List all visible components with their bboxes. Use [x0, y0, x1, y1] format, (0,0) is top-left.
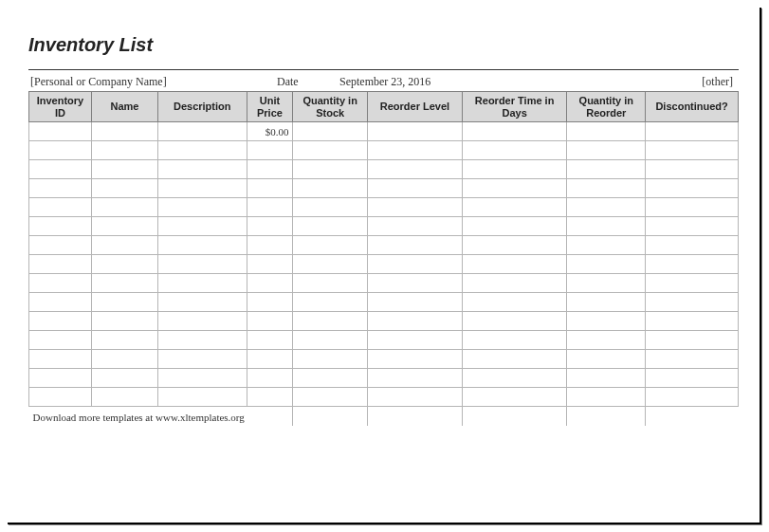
table-cell[interactable]	[293, 198, 368, 217]
table-cell[interactable]	[567, 331, 646, 350]
table-cell[interactable]	[567, 179, 646, 198]
table-cell[interactable]	[646, 141, 739, 160]
table-cell[interactable]	[247, 274, 293, 293]
table-cell[interactable]	[567, 350, 646, 369]
table-cell[interactable]	[567, 217, 646, 236]
table-cell[interactable]	[158, 122, 247, 141]
table-cell[interactable]	[462, 369, 567, 388]
table-cell[interactable]	[368, 293, 463, 312]
table-cell[interactable]	[91, 331, 157, 350]
table-cell[interactable]	[158, 160, 247, 179]
table-cell[interactable]	[158, 350, 247, 369]
table-cell[interactable]	[91, 293, 157, 312]
table-cell[interactable]	[462, 141, 567, 160]
table-cell[interactable]	[293, 141, 368, 160]
table-cell[interactable]	[567, 369, 646, 388]
table-cell[interactable]	[293, 331, 368, 350]
table-cell[interactable]	[646, 236, 739, 255]
table-cell[interactable]	[247, 293, 293, 312]
table-cell[interactable]	[462, 274, 567, 293]
table-cell[interactable]	[646, 350, 739, 369]
table-cell[interactable]	[29, 236, 92, 255]
table-cell[interactable]	[368, 274, 463, 293]
table-cell[interactable]	[247, 217, 293, 236]
table-cell[interactable]	[247, 312, 293, 331]
table-cell[interactable]	[567, 141, 646, 160]
table-cell[interactable]	[462, 331, 567, 350]
table-cell[interactable]	[293, 255, 368, 274]
table-cell[interactable]	[646, 160, 739, 179]
table-cell[interactable]	[91, 236, 157, 255]
table-cell[interactable]	[368, 160, 463, 179]
table-cell[interactable]	[567, 255, 646, 274]
table-cell[interactable]	[293, 350, 368, 369]
table-cell[interactable]	[29, 369, 92, 388]
table-cell[interactable]	[646, 369, 739, 388]
table-cell[interactable]	[646, 122, 739, 141]
table-cell[interactable]	[91, 369, 157, 388]
table-cell[interactable]	[158, 331, 247, 350]
table-cell[interactable]	[29, 179, 92, 198]
table-cell[interactable]	[368, 369, 463, 388]
table-cell[interactable]	[293, 293, 368, 312]
table-cell[interactable]	[462, 255, 567, 274]
table-cell[interactable]	[368, 122, 463, 141]
table-cell[interactable]	[158, 217, 247, 236]
table-cell[interactable]	[247, 331, 293, 350]
table-cell[interactable]	[158, 274, 247, 293]
table-cell[interactable]	[158, 255, 247, 274]
table-cell[interactable]	[462, 388, 567, 407]
table-cell[interactable]	[29, 350, 92, 369]
table-cell[interactable]	[29, 255, 92, 274]
table-cell[interactable]	[646, 293, 739, 312]
table-cell[interactable]	[462, 312, 567, 331]
table-cell[interactable]	[91, 255, 157, 274]
table-cell[interactable]	[567, 160, 646, 179]
table-cell[interactable]	[462, 160, 567, 179]
table-cell[interactable]	[646, 388, 739, 407]
table-cell[interactable]	[91, 122, 157, 141]
table-cell[interactable]	[368, 350, 463, 369]
table-cell[interactable]	[462, 236, 567, 255]
table-cell[interactable]	[567, 122, 646, 141]
table-cell[interactable]	[158, 236, 247, 255]
table-cell[interactable]	[29, 122, 92, 141]
table-cell[interactable]	[567, 293, 646, 312]
table-cell[interactable]	[29, 141, 92, 160]
table-cell[interactable]	[646, 255, 739, 274]
table-cell[interactable]	[91, 198, 157, 217]
table-cell[interactable]	[462, 179, 567, 198]
table-cell[interactable]	[91, 179, 157, 198]
table-cell[interactable]	[158, 198, 247, 217]
table-cell[interactable]	[646, 274, 739, 293]
table-cell[interactable]	[368, 255, 463, 274]
table-cell[interactable]	[646, 312, 739, 331]
table-cell[interactable]	[368, 312, 463, 331]
table-cell[interactable]	[462, 293, 567, 312]
table-cell[interactable]	[158, 312, 247, 331]
table-cell[interactable]	[368, 198, 463, 217]
table-cell[interactable]	[368, 217, 463, 236]
table-cell[interactable]	[293, 179, 368, 198]
table-cell[interactable]	[293, 217, 368, 236]
table-cell[interactable]	[247, 350, 293, 369]
table-cell[interactable]	[646, 198, 739, 217]
table-cell[interactable]	[293, 388, 368, 407]
table-cell[interactable]	[462, 350, 567, 369]
table-cell[interactable]	[293, 160, 368, 179]
table-cell[interactable]	[247, 179, 293, 198]
table-cell[interactable]	[646, 331, 739, 350]
table-cell[interactable]	[646, 179, 739, 198]
table-cell[interactable]	[293, 122, 368, 141]
table-cell[interactable]	[567, 388, 646, 407]
table-cell[interactable]	[462, 217, 567, 236]
table-cell[interactable]	[247, 198, 293, 217]
table-cell[interactable]	[29, 198, 92, 217]
table-cell[interactable]	[247, 388, 293, 407]
table-cell[interactable]	[462, 122, 567, 141]
table-cell[interactable]	[29, 274, 92, 293]
table-cell[interactable]	[293, 312, 368, 331]
table-cell[interactable]	[368, 331, 463, 350]
table-cell[interactable]	[91, 141, 157, 160]
table-cell[interactable]	[368, 388, 463, 407]
